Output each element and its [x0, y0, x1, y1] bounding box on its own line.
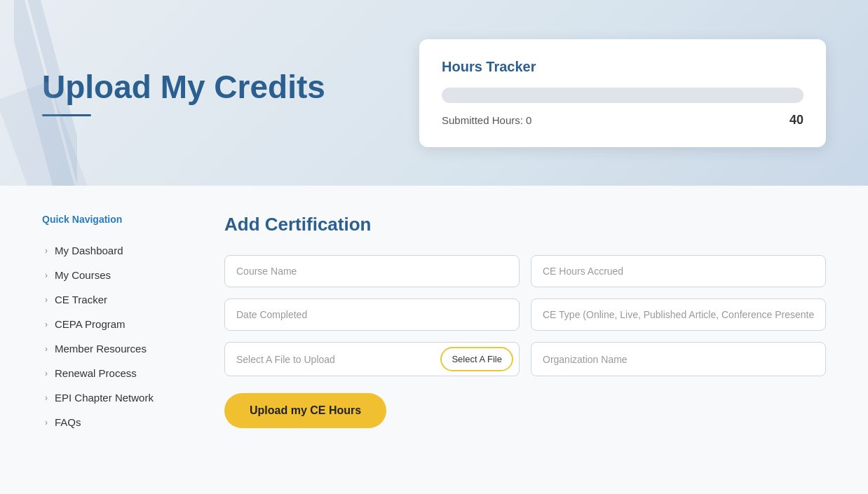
sidebar-item-cepa-program[interactable]: › CEPA Program [42, 313, 196, 336]
select-file-button[interactable]: Select A File [440, 347, 513, 371]
form-row-3: Select A File to Upload Select A File [224, 342, 826, 376]
org-name-input[interactable] [531, 342, 826, 376]
chevron-icon: › [45, 369, 48, 378]
date-completed-input[interactable] [224, 299, 520, 331]
file-upload-label: Select A File to Upload [225, 344, 435, 375]
sidebar-item-label: Member Resources [55, 343, 147, 355]
progress-bar-container [442, 88, 803, 103]
sidebar-nav: Quick Navigation › My Dashboard › My Cou… [42, 214, 196, 466]
hours-tracker-title: Hours Tracker [442, 59, 803, 75]
sidebar-item-label: FAQs [55, 416, 81, 428]
main-content: Quick Navigation › My Dashboard › My Cou… [0, 186, 868, 494]
sidebar-item-label: My Courses [55, 269, 111, 281]
sidebar-item-label: CEPA Program [55, 318, 126, 330]
nav-list: › My Dashboard › My Courses › CE Tracker… [42, 239, 196, 434]
sidebar-item-label: CE Tracker [55, 294, 107, 306]
form-row-2 [224, 299, 826, 331]
sidebar-item-label: My Dashboard [55, 245, 123, 256]
form-row-1 [224, 255, 826, 287]
header-banner: Upload My Credits Hours Tracker Submitte… [0, 0, 868, 186]
chevron-icon: › [45, 393, 48, 403]
hours-tracker-card: Hours Tracker Submitted Hours: 0 40 [419, 39, 826, 147]
sidebar-item-label: Renewal Process [55, 367, 137, 379]
add-certification-title: Add Certification [224, 214, 826, 235]
chevron-icon: › [45, 320, 48, 329]
sidebar-item-renewal-process[interactable]: › Renewal Process [42, 362, 196, 385]
hours-row: Submitted Hours: 0 40 [442, 113, 803, 128]
quick-nav-label: Quick Navigation [42, 214, 196, 225]
sidebar-item-ce-tracker[interactable]: › CE Tracker [42, 288, 196, 311]
sidebar-item-epi-chapter-network[interactable]: › EPI Chapter Network [42, 386, 196, 409]
sidebar-item-label: EPI Chapter Network [55, 392, 154, 404]
upload-ce-hours-button[interactable]: Upload my CE Hours [224, 393, 386, 428]
page-title: Upload My Credits [42, 69, 419, 105]
file-upload-wrapper: Select A File to Upload Select A File [224, 342, 520, 376]
header-title-block: Upload My Credits [42, 69, 419, 117]
total-hours-value: 40 [789, 113, 803, 128]
course-name-input[interactable] [224, 255, 520, 287]
form-area: Add Certification Select A File to Uploa… [224, 214, 826, 466]
chevron-icon: › [45, 246, 48, 256]
ce-hours-input[interactable] [531, 255, 826, 287]
chevron-icon: › [45, 344, 48, 354]
submitted-hours-label: Submitted Hours: 0 [442, 114, 531, 126]
chevron-icon: › [45, 295, 48, 305]
sidebar-item-my-courses[interactable]: › My Courses [42, 263, 196, 287]
chevron-icon: › [45, 270, 48, 280]
sidebar-item-member-resources[interactable]: › Member Resources [42, 337, 196, 360]
ce-type-input[interactable] [531, 299, 826, 331]
slash-decoration-icon [14, 0, 77, 186]
sidebar-item-my-dashboard[interactable]: › My Dashboard [42, 239, 196, 262]
chevron-icon: › [45, 418, 48, 427]
sidebar-item-faqs[interactable]: › FAQs [42, 411, 196, 434]
